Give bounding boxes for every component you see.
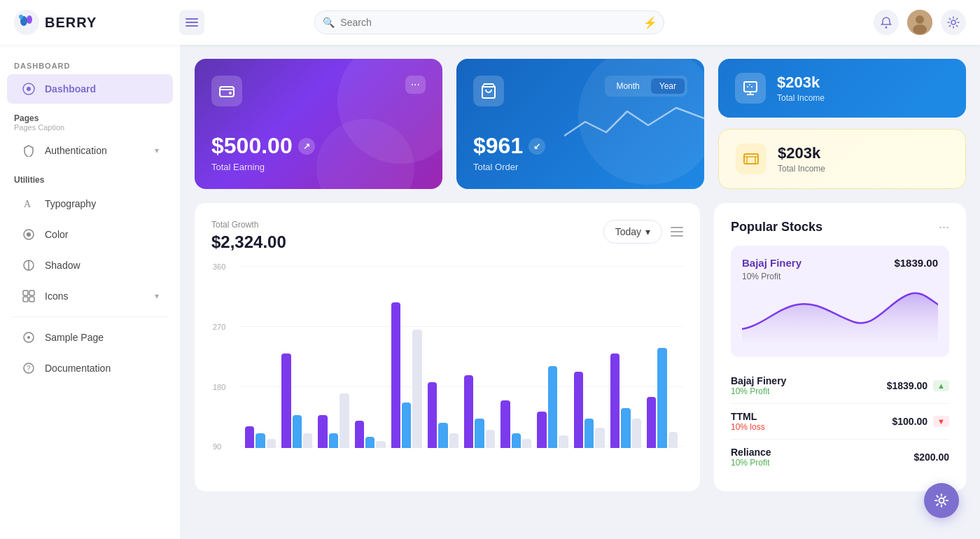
utilities-title: Utilities (14, 175, 166, 185)
bar-group-10 (574, 266, 605, 448)
bar-purple (537, 412, 546, 448)
bar-purple (574, 372, 583, 448)
shadow-icon (21, 258, 36, 273)
stock-row-bajaj: Bajaj Finery 10% Profit $1839.00 ▲ (731, 368, 949, 404)
search-input[interactable] (314, 10, 664, 34)
bar-group-8 (500, 266, 531, 448)
bar-light (376, 441, 385, 448)
bar-purple (428, 382, 437, 448)
auth-icon (21, 143, 36, 158)
top-cards: ··· $500.00 ↗ Total Earning (195, 59, 966, 189)
featured-stock-chart (742, 287, 938, 343)
stock-ttml-price-row: $100.00 ▼ (892, 416, 950, 427)
sidebar-item-dashboard[interactable]: Dashboard (7, 74, 173, 104)
svg-point-7 (885, 27, 887, 29)
sidebar-divider (11, 316, 169, 317)
bar-light (486, 430, 495, 448)
typography-icon: A (21, 196, 36, 211)
card-earning-bottom: $500.00 ↗ Total Earning (211, 133, 426, 172)
svg-rect-30 (744, 154, 758, 164)
bar-group-2 (281, 266, 312, 448)
sidebar-section-pages: Pages Pages Caption (0, 105, 180, 134)
today-label: Today (615, 226, 641, 237)
bar-light (340, 393, 349, 448)
bar-purple (464, 375, 473, 448)
gear-icon (947, 16, 960, 29)
stock-bajaj-price: $1839.00 (887, 380, 927, 391)
bar-purple (647, 397, 656, 448)
stock-bajaj-price-row: $1839.00 ▲ (887, 380, 949, 391)
svg-point-13 (27, 87, 31, 91)
bar-group-1 (245, 266, 276, 448)
svg-rect-22 (29, 297, 34, 302)
earning-trend-icon: ↗ (298, 138, 315, 155)
stocks-header: Popular Stocks ··· (731, 220, 949, 234)
bar-purple (245, 426, 254, 448)
sidebar-item-typography[interactable]: A Typography (7, 189, 173, 218)
stocks-title: Popular Stocks (731, 220, 822, 234)
bar-light (412, 330, 421, 448)
chart-info: Total Growth $2,324.00 (211, 220, 286, 252)
stocks-card: Popular Stocks ··· Bajaj Finery $1839.00… (714, 203, 966, 491)
order-trend-icon: ↙ (528, 138, 545, 155)
svg-rect-6 (186, 25, 198, 27)
fab-settings-button[interactable] (924, 483, 959, 518)
search-filter-button[interactable]: ⚡ (643, 16, 657, 29)
featured-stock: Bajaj Finery $1839.00 10% Profit (731, 246, 949, 357)
bar-light (267, 439, 276, 448)
stock-reliance-name: Reliance (731, 447, 771, 458)
sidebar-item-shadow[interactable]: Shadow (7, 251, 173, 280)
bar-blue (293, 415, 302, 448)
chart-menu-button[interactable] (671, 227, 683, 237)
icons-chevron-icon: ▾ (155, 291, 159, 301)
sidebar-item-authentication[interactable]: Authentication ▾ (7, 136, 173, 165)
logo-area: BERRY (14, 10, 168, 35)
stock-ttml-profit: 10% loss (731, 422, 765, 432)
notification-button[interactable] (874, 10, 899, 35)
header-right (874, 10, 966, 35)
svg-point-24 (27, 336, 30, 339)
sidebar-item-documentation[interactable]: ? Documentation (7, 354, 173, 383)
search-icon: 🔍 (323, 17, 335, 28)
settings-button[interactable] (941, 10, 966, 35)
stocks-menu-button[interactable]: ··· (939, 220, 949, 234)
svg-text:A: A (24, 199, 31, 209)
bar-group-3 (318, 266, 349, 448)
chart-controls: Today ▾ (603, 220, 683, 244)
chart-header: Total Growth $2,324.00 Today ▾ (211, 220, 683, 252)
card-earning-amount: $500.00 ↗ (211, 133, 426, 159)
year-button[interactable]: Year (651, 78, 685, 94)
svg-text:?: ? (27, 365, 31, 372)
menu-button[interactable] (179, 10, 204, 35)
sidebar-item-color[interactable]: Color (7, 220, 173, 249)
card-earning-menu-button[interactable]: ··· (405, 76, 426, 94)
card-income-yellow: $203k Total Income (718, 129, 966, 189)
income-yellow-label: Total Income (778, 164, 825, 174)
stock-row-reliance: Reliance 10% Profit $200.00 (731, 440, 949, 475)
income-blue-amount: $203k (777, 74, 825, 92)
sidebar-item-icons[interactable]: Icons ▾ (7, 281, 173, 311)
stock-reliance-price: $200.00 (913, 451, 949, 463)
bar-purple (391, 302, 400, 448)
order-icon (473, 76, 504, 106)
stock-reliance-profit: 10% Profit (731, 458, 771, 468)
avatar[interactable] (907, 10, 932, 35)
today-chevron-icon: ▾ (645, 226, 650, 237)
fab-gear-icon (934, 493, 949, 508)
card-order-label: Total Order (473, 162, 687, 172)
bar-light (522, 439, 531, 448)
card-earning-top: ··· (211, 76, 426, 106)
svg-rect-29 (744, 82, 757, 92)
bar-chart: 360 270 180 90 (211, 266, 683, 462)
sidebar-item-sample-page[interactable]: Sample Page (7, 323, 173, 352)
stock-ttml-info: TTML 10% loss (731, 411, 765, 432)
stock-bajaj-info: Bajaj Finery 10% Profit (731, 375, 786, 396)
stock-bajaj-badge: ▲ (933, 380, 949, 391)
today-button[interactable]: Today ▾ (603, 220, 662, 244)
month-button[interactable]: Month (608, 78, 648, 94)
svg-point-9 (916, 15, 924, 24)
bar-light (632, 419, 641, 448)
bar-blue (438, 423, 447, 448)
sidebar-item-dashboard-label: Dashboard (45, 83, 159, 94)
sidebar-section-utilities: Utilities (0, 167, 180, 188)
